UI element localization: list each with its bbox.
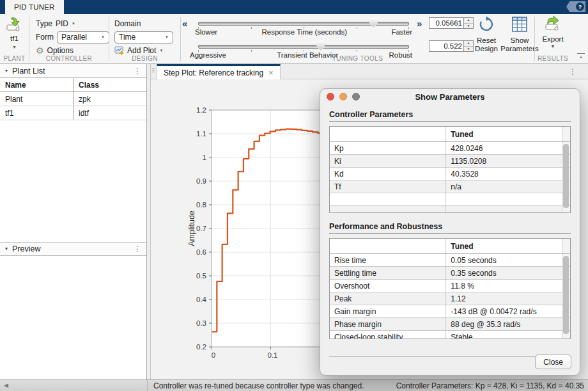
dialog-minimize-light[interactable] (339, 93, 347, 100)
table-scrollbar-thumb[interactable] (563, 144, 569, 208)
preview-menu-icon[interactable]: ⋮ (134, 244, 141, 253)
transient-behavior-slider[interactable] (198, 42, 409, 52)
collapse-plant-list-icon[interactable]: ▾ (5, 68, 8, 74)
preview-title: Preview (12, 244, 40, 253)
response-time-slider-thumb[interactable] (369, 18, 378, 28)
parameter-table-row: Rise time0.05 seconds (330, 254, 570, 267)
footer-rule (329, 356, 571, 357)
dialog-zoom-light[interactable] (352, 93, 360, 100)
parameter-name-cell: Ki (330, 155, 446, 167)
dialog-close-light[interactable] (327, 93, 334, 100)
plant-table-row[interactable]: tf1idtf (0, 106, 146, 120)
response-time-slider[interactable] (198, 19, 409, 29)
add-plot-caret-icon: ▼ (159, 48, 163, 53)
export-icon (544, 16, 562, 31)
plant-table-row[interactable]: Plantzpk (0, 92, 146, 106)
document-tabstrip: Step Plot: Reference tracking × ⋮ (151, 64, 588, 79)
parameter-value-cell: Tuned (446, 239, 562, 253)
svg-text:0.3: 0.3 (196, 319, 206, 327)
table-scrollbar-thumb[interactable] (563, 256, 569, 334)
parameter-value-cell: 0.05 seconds (446, 254, 562, 266)
table-scrollbar-track[interactable] (562, 127, 570, 141)
type-caret-icon: ▼ (72, 21, 75, 26)
parameter-table-header: Tuned (330, 239, 570, 254)
section-plant: tf1 ▾ PLANT (0, 14, 29, 63)
plant-selector[interactable]: tf1 (0, 35, 29, 42)
tabstrip-grip[interactable] (152, 68, 155, 72)
plant-table-header: NameClass (0, 78, 146, 92)
parameter-table-row: Ki1135.0208 (330, 155, 570, 168)
parameter-name-cell: Closed-loop stability (330, 331, 446, 339)
plant-caret-icon[interactable]: ▾ (0, 45, 29, 50)
parameter-table-row (330, 206, 570, 213)
parameter-value-cell: 1.12 (446, 292, 562, 305)
show-parameters-dialog: Show Parameters Controller Parameters Tu… (320, 88, 580, 376)
controller-parameters-heading: Controller Parameters (329, 110, 571, 119)
svg-text:0: 0 (212, 351, 215, 359)
help-button[interactable]: ? (566, 1, 585, 12)
parameter-table-row: Settling time0.35 seconds (330, 267, 570, 280)
response-time-value[interactable]: 0.05661 (429, 18, 463, 28)
section-label-plant: PLANT (0, 55, 29, 62)
collapse-preview-icon[interactable]: ▾ (5, 246, 8, 251)
transient-behavior-slider-track[interactable] (198, 45, 409, 49)
tab-close-icon[interactable]: × (268, 69, 274, 77)
parameter-name-cell: Settling time (330, 267, 446, 279)
collapse-sliders-icon[interactable]: « (182, 19, 187, 28)
plant-list-title: Plant List (12, 67, 45, 76)
close-button[interactable]: Close (535, 355, 571, 369)
parameter-table-row: Overshoot11.8 % (330, 280, 570, 292)
svg-text:1: 1 (203, 154, 206, 161)
export-button[interactable]: Export ▼ (532, 16, 573, 49)
section-label-tuning-tools: TUNING TOOLS (181, 55, 534, 62)
parameter-table-row: Tfn/a (330, 180, 570, 193)
domain-caret-icon: ▼ (165, 35, 169, 40)
browser-panel: ▾ Plant List ⋮ NameClassPlantzpktf1idtf … (0, 64, 147, 379)
tabstrip-menu-icon[interactable]: ⋮ (569, 67, 576, 76)
column-header: Name (0, 78, 74, 92)
type-label: Type (36, 19, 52, 28)
section-rule (329, 121, 571, 122)
help-icon: ? (576, 3, 584, 11)
parameter-name-cell (330, 127, 446, 141)
transient-behavior-value[interactable]: 0.522 (429, 41, 463, 51)
svg-text:0.6: 0.6 (196, 248, 206, 256)
titlebar: PID TUNER ? (0, 0, 588, 14)
form-label: Form (36, 33, 54, 42)
dialog-titlebar[interactable]: Show Parameters (320, 89, 580, 105)
transient-behavior-slider-thumb[interactable] (316, 41, 325, 51)
expand-sliders-icon[interactable]: » (417, 19, 422, 28)
preview-header[interactable]: ▾ Preview ⋮ (0, 242, 146, 256)
svg-text:0.5: 0.5 (196, 272, 206, 280)
parameter-value-cell: 428.0246 (446, 142, 562, 154)
section-design: Domain Time ▼ Add Plot ▼ DESIGN (109, 14, 180, 63)
svg-text:1.2: 1.2 (196, 106, 206, 114)
tab-step-plot[interactable]: Step Plot: Reference tracking × (157, 64, 281, 79)
status-controller-parameters: Controller Parameters: Kp = 428, Ki = 11… (396, 381, 584, 390)
tab-pid-tuner[interactable]: PID TUNER (5, 0, 64, 14)
minimize-ribbon-icon[interactable]: ▲ (577, 53, 585, 60)
slider-label-faster: Faster (391, 28, 412, 36)
domain-combobox[interactable]: Time ▼ (114, 31, 173, 44)
plant-list-header[interactable]: ▾ Plant List ⋮ (0, 64, 146, 78)
form-combobox[interactable]: Parallel ▼ (57, 31, 109, 44)
parameter-value-cell: 11.8 % (446, 280, 562, 292)
section-label-results: RESULTS (535, 55, 571, 62)
ribbon-toolstrip: tf1 ▾ PLANT Type PID ▼ Form Parallel ▼ (0, 14, 588, 64)
section-label-design: DESIGN (109, 55, 180, 62)
parameter-name-cell (330, 193, 446, 205)
collapse-statusbar-icon[interactable]: ◀ (4, 382, 8, 389)
parameter-name-cell: Kd (330, 168, 446, 180)
plant-list-menu-icon[interactable]: ⋮ (134, 67, 141, 76)
add-plot-icon (114, 46, 124, 55)
import-plant-icon[interactable] (5, 17, 23, 32)
svg-text:0.7: 0.7 (196, 225, 206, 232)
status-message: Controller was re-tuned because controll… (153, 381, 364, 390)
parameter-name-cell: Rise time (330, 254, 446, 266)
type-dropdown[interactable]: PID ▼ (56, 19, 75, 28)
domain-label: Domain (114, 19, 141, 28)
table-scrollbar-track[interactable] (562, 239, 570, 253)
export-caret-icon[interactable]: ▼ (532, 44, 573, 49)
parameter-name-cell: Phase margin (330, 318, 446, 330)
column-header: Class (74, 78, 146, 92)
